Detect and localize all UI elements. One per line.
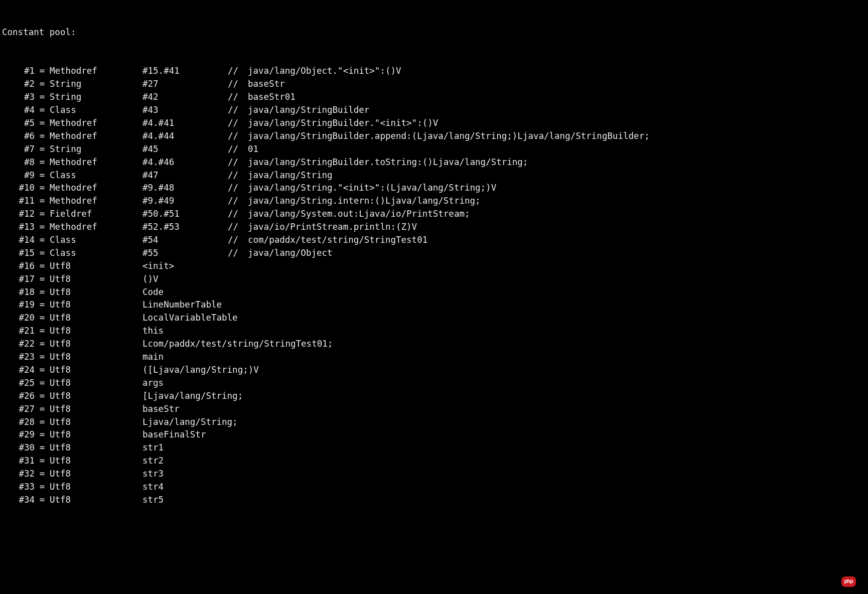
- entry-index: #28: [2, 416, 35, 429]
- constant-pool-entry: #17=Utf8()V: [2, 273, 866, 286]
- constant-pool-entry: #6=Methodref#4.#44//java/lang/StringBuil…: [2, 130, 866, 143]
- entry-type: Methodref: [50, 65, 142, 78]
- constant-pool-entry: #32=Utf8str3: [2, 468, 866, 481]
- constant-pool-entry: #8=Methodref#4.#46//java/lang/StringBuil…: [2, 156, 866, 169]
- equals-sign: =: [35, 351, 50, 364]
- equals-sign: =: [35, 117, 50, 130]
- constant-pool-entry: #1=Methodref#15.#41//java/lang/Object."<…: [2, 65, 866, 78]
- constant-pool-entry: #21=Utf8this: [2, 325, 866, 338]
- comment-separator: //: [228, 91, 248, 104]
- constant-pool-header: Constant pool:: [2, 26, 866, 39]
- entry-reference: #15.#41: [142, 65, 228, 78]
- entry-type: Utf8: [50, 325, 142, 338]
- comment-separator: //: [228, 143, 248, 156]
- entry-reference: args: [142, 377, 164, 390]
- entry-comment: java/lang/System.out:Ljava/io/PrintStrea…: [248, 208, 470, 221]
- entry-reference: [Ljava/lang/String;: [142, 390, 243, 403]
- constant-pool-entry: #7=String#45//01: [2, 143, 866, 156]
- equals-sign: =: [35, 208, 50, 221]
- constant-pool-entry: #19=Utf8LineNumberTable: [2, 299, 866, 312]
- entry-index: #2: [2, 78, 35, 91]
- constant-pool-entry: #30=Utf8str1: [2, 441, 866, 455]
- entry-reference: #50.#51: [142, 208, 228, 221]
- entry-comment: java/lang/StringBuilder: [248, 104, 369, 117]
- entry-type: Methodref: [50, 156, 142, 169]
- entry-type: Methodref: [50, 182, 142, 195]
- entry-index: #12: [2, 208, 35, 221]
- entry-comment: 01: [248, 143, 258, 156]
- entry-comment: java/io/PrintStream.println:(Z)V: [248, 221, 417, 234]
- entry-index: #17: [2, 273, 35, 286]
- entry-index: #4: [2, 104, 35, 117]
- entry-type: Utf8: [50, 312, 142, 325]
- constant-pool-entry: #31=Utf8str2: [2, 455, 866, 468]
- constant-pool-entry: #5=Methodref#4.#41//java/lang/StringBuil…: [2, 117, 866, 130]
- equals-sign: =: [35, 273, 50, 286]
- constant-pool-entry: #16=Utf8<init>: [2, 260, 866, 273]
- entry-comment: java/lang/String: [248, 169, 333, 182]
- equals-sign: =: [35, 441, 50, 455]
- entry-reference: LocalVariableTable: [142, 312, 238, 325]
- entry-index: #22: [2, 338, 35, 351]
- entry-index: #15: [2, 247, 35, 260]
- entry-index: #6: [2, 130, 35, 143]
- comment-separator: //: [228, 221, 248, 234]
- constant-pool-entry: #27=Utf8baseStr: [2, 403, 866, 416]
- entry-comment: java/lang/StringBuilder.toString:()Ljava…: [248, 156, 528, 169]
- entry-reference: LineNumberTable: [142, 299, 222, 312]
- equals-sign: =: [35, 169, 50, 182]
- constant-pool-entry: #11=Methodref#9.#49//java/lang/String.in…: [2, 195, 866, 208]
- entry-comment: java/lang/String.intern:()Ljava/lang/Str…: [248, 195, 481, 208]
- equals-sign: =: [35, 91, 50, 104]
- entry-index: #19: [2, 299, 35, 312]
- entry-type: Utf8: [50, 494, 142, 507]
- constant-pool-entry: #13=Methodref#52.#53//java/io/PrintStrea…: [2, 221, 866, 234]
- constant-pool-entry: #12=Fieldref#50.#51//java/lang/System.ou…: [2, 208, 866, 221]
- equals-sign: =: [35, 247, 50, 260]
- constant-pool-entry: #29=Utf8baseFinalStr: [2, 428, 866, 441]
- equals-sign: =: [35, 195, 50, 208]
- constant-pool-entries: #1=Methodref#15.#41//java/lang/Object."<…: [2, 65, 866, 506]
- entry-type: Utf8: [50, 364, 142, 377]
- entry-reference: #43: [142, 104, 228, 117]
- entry-index: #3: [2, 91, 35, 104]
- entry-comment: java/lang/String."<init>":(Ljava/lang/St…: [248, 182, 496, 195]
- entry-type: Utf8: [50, 428, 142, 441]
- constant-pool-entry: #15=Class#55//java/lang/Object: [2, 247, 866, 260]
- entry-type: String: [50, 143, 142, 156]
- constant-pool-entry: #24=Utf8([Ljava/lang/String;)V: [2, 364, 866, 377]
- entry-reference: #4.#41: [142, 117, 228, 130]
- entry-index: #30: [2, 441, 35, 455]
- entry-reference: #42: [142, 91, 228, 104]
- entry-type: Utf8: [50, 377, 142, 390]
- equals-sign: =: [35, 182, 50, 195]
- comment-separator: //: [228, 169, 248, 182]
- constant-pool-entry: #14=Class#54//com/paddx/test/string/Stri…: [2, 234, 866, 247]
- entry-reference: ()V: [142, 273, 159, 286]
- entry-reference: #47: [142, 169, 228, 182]
- equals-sign: =: [35, 364, 50, 377]
- comment-separator: //: [228, 156, 248, 169]
- equals-sign: =: [35, 338, 50, 351]
- entry-index: #21: [2, 325, 35, 338]
- constant-pool-entry: #3=String#42//baseStr01: [2, 91, 866, 104]
- constant-pool-entry: #20=Utf8LocalVariableTable: [2, 312, 866, 325]
- entry-type: Utf8: [50, 403, 142, 416]
- equals-sign: =: [35, 494, 50, 507]
- constant-pool-entry: #22=Utf8Lcom/paddx/test/string/StringTes…: [2, 338, 866, 351]
- equals-sign: =: [35, 130, 50, 143]
- constant-pool-entry: #25=Utf8args: [2, 377, 866, 390]
- equals-sign: =: [35, 260, 50, 273]
- entry-reference: #9.#49: [142, 195, 228, 208]
- entry-index: #11: [2, 195, 35, 208]
- entry-index: #14: [2, 234, 35, 247]
- entry-index: #5: [2, 117, 35, 130]
- entry-index: #9: [2, 169, 35, 182]
- constant-pool-entry: #34=Utf8str5: [2, 494, 866, 507]
- equals-sign: =: [35, 104, 50, 117]
- constant-pool-entry: #26=Utf8[Ljava/lang/String;: [2, 390, 866, 403]
- entry-index: #10: [2, 182, 35, 195]
- entry-reference: Lcom/paddx/test/string/StringTest01;: [142, 338, 333, 351]
- entry-index: #34: [2, 494, 35, 507]
- constant-pool-entry: #33=Utf8str4: [2, 481, 866, 494]
